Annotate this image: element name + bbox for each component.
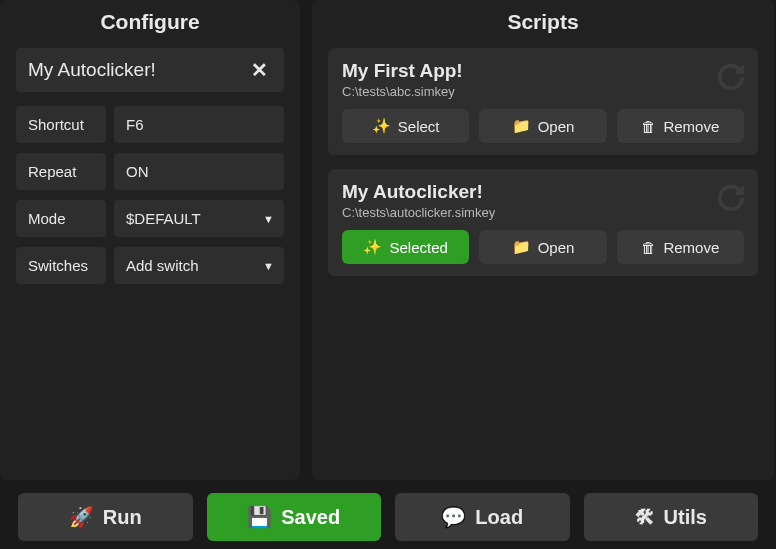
switches-row: Switches Add switch ▼ [16,247,284,284]
repeat-row: Repeat ON [16,153,284,190]
current-script-name-box: My Autoclicker! ✕ [16,48,284,92]
script-name: My Autoclicker! [342,181,744,203]
tools-icon: 🛠 [635,506,655,529]
close-icon[interactable]: ✕ [247,58,272,82]
open-label: Open [538,239,575,256]
saved-button[interactable]: 💾 Saved [207,493,382,541]
utils-button[interactable]: 🛠 Utils [584,493,759,541]
sparkles-icon: ✨ [372,117,391,135]
remove-label: Remove [663,118,719,135]
app-root: Configure My Autoclicker! ✕ Shortcut F6 … [0,0,776,480]
script-name: My First App! [342,60,744,82]
run-button[interactable]: 🚀 Run [18,493,193,541]
repeat-label: Repeat [16,153,106,190]
select-button[interactable]: ✨ Select [342,109,469,143]
utils-label: Utils [664,506,707,529]
configure-title: Configure [16,10,284,34]
selected-button[interactable]: ✨ Selected [342,230,469,264]
mode-row: Mode $DEFAULT ▼ [16,200,284,237]
open-button[interactable]: 📁 Open [479,230,606,264]
sparkles-icon: ✨ [363,238,382,256]
switches-select[interactable]: Add switch [114,247,284,284]
remove-label: Remove [663,239,719,256]
chevron-down-icon: ▼ [263,213,274,225]
current-script-name: My Autoclicker! [28,59,247,81]
script-path: C:\tests\autoclicker.simkey [342,205,744,220]
select-label: Select [398,118,440,135]
script-path: C:\tests\abc.simkey [342,84,744,99]
load-button[interactable]: 💬 Load [395,493,570,541]
load-label: Load [475,506,523,529]
bottom-bar: 🚀 Run 💾 Saved 💬 Load 🛠 Utils [0,493,776,541]
configure-panel: Configure My Autoclicker! ✕ Shortcut F6 … [0,0,300,480]
remove-button[interactable]: 🗑 Remove [617,230,744,264]
shortcut-label: Shortcut [16,106,106,143]
selected-label: Selected [389,239,447,256]
remove-button[interactable]: 🗑 Remove [617,109,744,143]
saved-label: Saved [281,506,340,529]
mode-label: Mode [16,200,106,237]
shortcut-row: Shortcut F6 [16,106,284,143]
folder-icon: 📁 [512,117,531,135]
trash-icon: 🗑 [641,239,656,256]
save-icon: 💾 [247,505,272,529]
script-actions: ✨ Selected 📁 Open 🗑 Remove [342,230,744,264]
shortcut-input[interactable]: F6 [114,106,284,143]
refresh-icon[interactable] [716,62,746,92]
scripts-panel: Scripts My First App! C:\tests\abc.simke… [312,0,774,480]
open-label: Open [538,118,575,135]
scripts-title: Scripts [328,10,758,34]
run-label: Run [103,506,142,529]
script-card: My First App! C:\tests\abc.simkey ✨ Sele… [328,48,758,155]
trash-icon: 🗑 [641,118,656,135]
script-actions: ✨ Select 📁 Open 🗑 Remove [342,109,744,143]
script-card: My Autoclicker! C:\tests\autoclicker.sim… [328,169,758,276]
chevron-down-icon: ▼ [263,260,274,272]
refresh-icon[interactable] [716,183,746,213]
open-button[interactable]: 📁 Open [479,109,606,143]
switches-label: Switches [16,247,106,284]
mode-select[interactable]: $DEFAULT [114,200,284,237]
repeat-input[interactable]: ON [114,153,284,190]
rocket-icon: 🚀 [69,505,94,529]
chat-icon: 💬 [441,505,466,529]
folder-icon: 📁 [512,238,531,256]
